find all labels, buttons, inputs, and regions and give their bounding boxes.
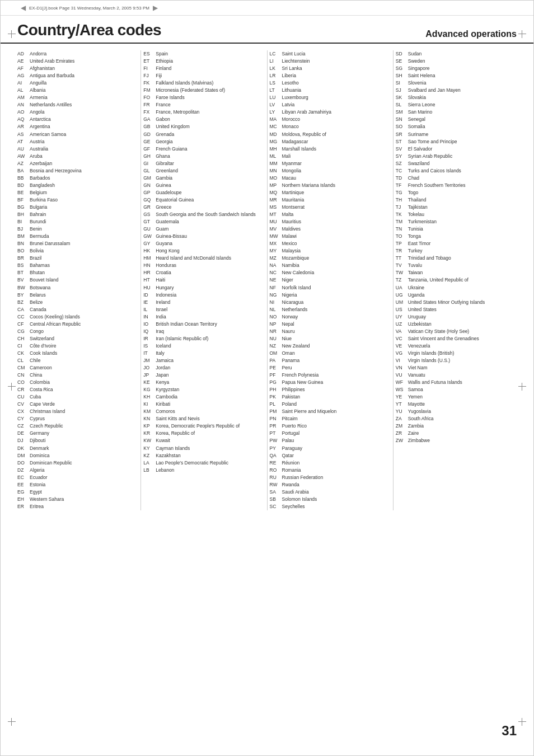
- list-item: PKPakistan: [270, 393, 391, 401]
- country-code: AE: [17, 58, 30, 64]
- page-header: Country/Area codes Advanced operations: [1, 16, 533, 44]
- country-code: LA: [143, 460, 156, 466]
- country-code: MG: [270, 139, 282, 144]
- list-item: LYLibyan Arab Jamahiriya: [270, 109, 391, 116]
- country-code: LK: [270, 65, 282, 71]
- list-item: USUnited States: [396, 306, 517, 313]
- country-code: KG: [143, 387, 156, 392]
- country-name: Svalbard and Jan Mayen: [408, 87, 461, 93]
- list-item: NUNiue: [270, 335, 391, 342]
- country-name: Nigeria: [282, 292, 297, 298]
- country-name: Nicaragua: [282, 299, 304, 306]
- list-item: MMMyanmar: [270, 160, 391, 167]
- country-code: BJ: [17, 226, 30, 232]
- country-name: Northern Mariana Islands: [282, 182, 335, 189]
- list-item: BGBulgaria: [17, 204, 138, 211]
- country-code: NC: [270, 270, 282, 275]
- nav-left-arrow[interactable]: ◀: [21, 4, 26, 12]
- list-item: SBSolomon Islands: [270, 496, 391, 503]
- country-name: Bangladesh: [30, 182, 55, 189]
- list-item: KWKuwait: [143, 437, 264, 444]
- country-name: United States: [408, 307, 437, 313]
- country-name: Netherlands Antilles: [30, 102, 72, 108]
- country-name: Hungary: [156, 285, 174, 291]
- country-code: MR: [270, 197, 282, 203]
- country-code: KP: [143, 423, 156, 429]
- country-name: Lesotho: [282, 80, 299, 86]
- country-name: Namibia: [282, 262, 299, 269]
- country-name: Tunisia: [408, 226, 423, 232]
- list-item: BYBelarus: [17, 292, 138, 299]
- country-code: YT: [396, 401, 408, 407]
- country-name: Fiji: [156, 73, 162, 79]
- list-item: IRIran (Islamic Republic of): [143, 335, 264, 342]
- list-item: GRGreece: [143, 204, 264, 211]
- country-name: Solomon Islands: [282, 496, 317, 503]
- country-code: PR: [270, 423, 282, 429]
- country-name: Bulgaria: [30, 204, 47, 210]
- country-name: Martinique: [282, 190, 305, 196]
- country-name: Anguilla: [30, 80, 46, 86]
- list-item: NONorway: [270, 313, 391, 321]
- page-container: ◀ EX-D1[J].book Page 31 Wednesday, March…: [0, 0, 534, 756]
- country-code: LT: [270, 87, 282, 93]
- country-name: Lithuania: [282, 87, 302, 93]
- country-name: Argentina: [30, 124, 50, 130]
- list-item: CUCuba: [17, 393, 138, 401]
- country-code: LC: [270, 51, 282, 57]
- list-item: RERéunion: [270, 459, 391, 467]
- country-name: United States Minor Outlying Islands: [408, 299, 485, 306]
- list-item: KZKazakhstan: [143, 452, 264, 459]
- country-code: EE: [17, 482, 30, 487]
- list-item: TZTanzania, United Republic of: [396, 276, 517, 284]
- country-name: Burkina Faso: [30, 197, 58, 203]
- country-name: India: [156, 314, 166, 320]
- country-code: AU: [17, 146, 30, 152]
- list-item: FMMicronesia (Federated States of): [143, 87, 264, 94]
- list-item: TJTajikistan: [396, 204, 517, 211]
- country-name: San Marino: [408, 109, 432, 115]
- country-name: Philippines: [282, 387, 305, 393]
- country-code: VE: [396, 343, 408, 349]
- country-code: MC: [270, 124, 282, 129]
- list-item: FXFrance, Metropolitan: [143, 109, 264, 116]
- list-item: PFFrench Polynesia: [270, 372, 391, 379]
- country-code: BF: [17, 197, 30, 203]
- list-item: CVCape Verde: [17, 401, 138, 408]
- country-code: JP: [143, 372, 156, 378]
- country-name: Virgin Islands (British): [408, 350, 455, 356]
- country-name: Bhutan: [30, 270, 45, 276]
- list-item: DJDjibouti: [17, 437, 138, 444]
- country-code: MZ: [270, 255, 282, 261]
- country-name: Western Sahara: [30, 496, 64, 503]
- country-code: CL: [17, 358, 30, 363]
- country-name: Saint Pierre and Miquelon: [282, 408, 337, 415]
- nav-right-arrow[interactable]: ▶: [153, 4, 158, 12]
- country-name: Tuvalu: [408, 262, 422, 269]
- page-footer: 31: [502, 723, 517, 739]
- country-name: Ecuador: [30, 475, 48, 481]
- country-name: Singapore: [408, 65, 430, 72]
- country-name: Gambia: [156, 175, 172, 181]
- list-item: GBUnited Kingdom: [143, 123, 264, 130]
- country-name: Antarctica: [30, 116, 51, 123]
- list-item: RORomania: [270, 467, 391, 474]
- country-name: Armenia: [30, 95, 48, 101]
- list-item: UZUzbekistan: [396, 321, 517, 328]
- country-code: IO: [143, 321, 156, 327]
- list-item: AFAfghanistan: [17, 65, 138, 72]
- list-item: STSao Tome and Principe: [396, 138, 517, 145]
- list-item: NRNauru: [270, 328, 391, 335]
- list-item: OMOman: [270, 350, 391, 357]
- country-code: TZ: [396, 277, 408, 283]
- list-item: ISIceland: [143, 342, 264, 350]
- list-item: PYParaguay: [270, 445, 391, 452]
- country-code: CG: [17, 328, 30, 334]
- country-name: Dominican Republic: [30, 460, 72, 466]
- country-code: AZ: [17, 161, 30, 166]
- country-name: Jordan: [156, 365, 170, 371]
- list-item: BHBahrain: [17, 211, 138, 218]
- page-number: 31: [502, 723, 517, 738]
- country-name: Gabon: [156, 116, 170, 123]
- country-name: United Kingdom: [156, 124, 189, 130]
